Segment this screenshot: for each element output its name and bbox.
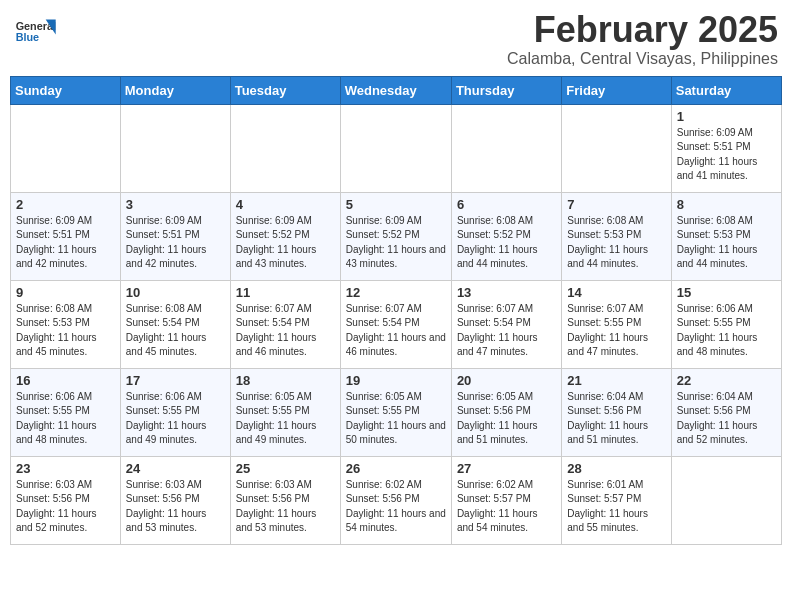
weekday-header-sunday: Sunday [11, 76, 121, 104]
calendar-cell: 22Sunrise: 6:04 AM Sunset: 5:56 PM Dayli… [671, 368, 781, 456]
calendar-cell: 3Sunrise: 6:09 AM Sunset: 5:51 PM Daylig… [120, 192, 230, 280]
day-number: 23 [16, 461, 115, 476]
day-info: Sunrise: 6:05 AM Sunset: 5:56 PM Dayligh… [457, 390, 556, 448]
day-number: 13 [457, 285, 556, 300]
calendar-cell: 10Sunrise: 6:08 AM Sunset: 5:54 PM Dayli… [120, 280, 230, 368]
day-number: 6 [457, 197, 556, 212]
day-number: 5 [346, 197, 446, 212]
day-info: Sunrise: 6:06 AM Sunset: 5:55 PM Dayligh… [16, 390, 115, 448]
calendar-cell: 23Sunrise: 6:03 AM Sunset: 5:56 PM Dayli… [11, 456, 121, 544]
calendar-cell: 5Sunrise: 6:09 AM Sunset: 5:52 PM Daylig… [340, 192, 451, 280]
day-info: Sunrise: 6:04 AM Sunset: 5:56 PM Dayligh… [677, 390, 776, 448]
day-number: 24 [126, 461, 225, 476]
calendar-cell: 6Sunrise: 6:08 AM Sunset: 5:52 PM Daylig… [451, 192, 561, 280]
calendar-cell [451, 104, 561, 192]
weekday-header-thursday: Thursday [451, 76, 561, 104]
calendar-cell: 17Sunrise: 6:06 AM Sunset: 5:55 PM Dayli… [120, 368, 230, 456]
day-info: Sunrise: 6:08 AM Sunset: 5:53 PM Dayligh… [677, 214, 776, 272]
day-info: Sunrise: 6:02 AM Sunset: 5:57 PM Dayligh… [457, 478, 556, 536]
weekday-header-saturday: Saturday [671, 76, 781, 104]
calendar-cell [120, 104, 230, 192]
day-number: 17 [126, 373, 225, 388]
day-number: 16 [16, 373, 115, 388]
weekday-header-row: SundayMondayTuesdayWednesdayThursdayFrid… [11, 76, 782, 104]
day-number: 11 [236, 285, 335, 300]
day-number: 25 [236, 461, 335, 476]
day-info: Sunrise: 6:09 AM Sunset: 5:51 PM Dayligh… [126, 214, 225, 272]
calendar-cell: 18Sunrise: 6:05 AM Sunset: 5:55 PM Dayli… [230, 368, 340, 456]
day-info: Sunrise: 6:08 AM Sunset: 5:53 PM Dayligh… [16, 302, 115, 360]
calendar-cell: 19Sunrise: 6:05 AM Sunset: 5:55 PM Dayli… [340, 368, 451, 456]
month-title: February 2025 [507, 10, 778, 50]
calendar-cell: 11Sunrise: 6:07 AM Sunset: 5:54 PM Dayli… [230, 280, 340, 368]
calendar-cell: 24Sunrise: 6:03 AM Sunset: 5:56 PM Dayli… [120, 456, 230, 544]
calendar-table: SundayMondayTuesdayWednesdayThursdayFrid… [10, 76, 782, 545]
logo-icon: General Blue [14, 10, 64, 50]
weekday-header-wednesday: Wednesday [340, 76, 451, 104]
day-number: 3 [126, 197, 225, 212]
calendar-cell: 12Sunrise: 6:07 AM Sunset: 5:54 PM Dayli… [340, 280, 451, 368]
day-number: 19 [346, 373, 446, 388]
day-info: Sunrise: 6:07 AM Sunset: 5:55 PM Dayligh… [567, 302, 665, 360]
day-info: Sunrise: 6:06 AM Sunset: 5:55 PM Dayligh… [126, 390, 225, 448]
calendar-cell: 15Sunrise: 6:06 AM Sunset: 5:55 PM Dayli… [671, 280, 781, 368]
calendar-cell: 7Sunrise: 6:08 AM Sunset: 5:53 PM Daylig… [562, 192, 671, 280]
day-info: Sunrise: 6:09 AM Sunset: 5:51 PM Dayligh… [16, 214, 115, 272]
calendar-cell: 9Sunrise: 6:08 AM Sunset: 5:53 PM Daylig… [11, 280, 121, 368]
day-number: 8 [677, 197, 776, 212]
day-info: Sunrise: 6:05 AM Sunset: 5:55 PM Dayligh… [236, 390, 335, 448]
page-header: General Blue February 2025 Calamba, Cent… [10, 10, 782, 68]
day-info: Sunrise: 6:08 AM Sunset: 5:52 PM Dayligh… [457, 214, 556, 272]
weekday-header-friday: Friday [562, 76, 671, 104]
calendar-cell [230, 104, 340, 192]
day-number: 27 [457, 461, 556, 476]
svg-text:Blue: Blue [16, 31, 39, 43]
calendar-cell [671, 456, 781, 544]
calendar-cell: 27Sunrise: 6:02 AM Sunset: 5:57 PM Dayli… [451, 456, 561, 544]
day-info: Sunrise: 6:09 AM Sunset: 5:51 PM Dayligh… [677, 126, 776, 184]
calendar-week-2: 2Sunrise: 6:09 AM Sunset: 5:51 PM Daylig… [11, 192, 782, 280]
calendar-cell: 4Sunrise: 6:09 AM Sunset: 5:52 PM Daylig… [230, 192, 340, 280]
calendar-cell: 21Sunrise: 6:04 AM Sunset: 5:56 PM Dayli… [562, 368, 671, 456]
calendar-cell [562, 104, 671, 192]
calendar-cell: 20Sunrise: 6:05 AM Sunset: 5:56 PM Dayli… [451, 368, 561, 456]
location-title: Calamba, Central Visayas, Philippines [507, 50, 778, 68]
weekday-header-monday: Monday [120, 76, 230, 104]
weekday-header-tuesday: Tuesday [230, 76, 340, 104]
logo: General Blue [14, 10, 64, 50]
calendar-cell [11, 104, 121, 192]
day-number: 28 [567, 461, 665, 476]
day-info: Sunrise: 6:05 AM Sunset: 5:55 PM Dayligh… [346, 390, 446, 448]
calendar-cell: 2Sunrise: 6:09 AM Sunset: 5:51 PM Daylig… [11, 192, 121, 280]
day-info: Sunrise: 6:01 AM Sunset: 5:57 PM Dayligh… [567, 478, 665, 536]
calendar-week-5: 23Sunrise: 6:03 AM Sunset: 5:56 PM Dayli… [11, 456, 782, 544]
calendar-cell: 13Sunrise: 6:07 AM Sunset: 5:54 PM Dayli… [451, 280, 561, 368]
day-number: 4 [236, 197, 335, 212]
day-info: Sunrise: 6:08 AM Sunset: 5:53 PM Dayligh… [567, 214, 665, 272]
day-number: 18 [236, 373, 335, 388]
day-info: Sunrise: 6:04 AM Sunset: 5:56 PM Dayligh… [567, 390, 665, 448]
calendar-cell: 26Sunrise: 6:02 AM Sunset: 5:56 PM Dayli… [340, 456, 451, 544]
day-info: Sunrise: 6:03 AM Sunset: 5:56 PM Dayligh… [16, 478, 115, 536]
day-number: 21 [567, 373, 665, 388]
day-info: Sunrise: 6:08 AM Sunset: 5:54 PM Dayligh… [126, 302, 225, 360]
calendar-week-4: 16Sunrise: 6:06 AM Sunset: 5:55 PM Dayli… [11, 368, 782, 456]
day-number: 12 [346, 285, 446, 300]
day-number: 14 [567, 285, 665, 300]
title-block: February 2025 Calamba, Central Visayas, … [507, 10, 778, 68]
day-number: 1 [677, 109, 776, 124]
day-number: 10 [126, 285, 225, 300]
day-info: Sunrise: 6:02 AM Sunset: 5:56 PM Dayligh… [346, 478, 446, 536]
day-number: 7 [567, 197, 665, 212]
day-number: 20 [457, 373, 556, 388]
day-number: 22 [677, 373, 776, 388]
calendar-cell: 8Sunrise: 6:08 AM Sunset: 5:53 PM Daylig… [671, 192, 781, 280]
day-info: Sunrise: 6:03 AM Sunset: 5:56 PM Dayligh… [126, 478, 225, 536]
calendar-cell: 14Sunrise: 6:07 AM Sunset: 5:55 PM Dayli… [562, 280, 671, 368]
calendar-week-3: 9Sunrise: 6:08 AM Sunset: 5:53 PM Daylig… [11, 280, 782, 368]
day-info: Sunrise: 6:09 AM Sunset: 5:52 PM Dayligh… [346, 214, 446, 272]
day-info: Sunrise: 6:07 AM Sunset: 5:54 PM Dayligh… [457, 302, 556, 360]
day-number: 26 [346, 461, 446, 476]
day-info: Sunrise: 6:03 AM Sunset: 5:56 PM Dayligh… [236, 478, 335, 536]
day-info: Sunrise: 6:09 AM Sunset: 5:52 PM Dayligh… [236, 214, 335, 272]
